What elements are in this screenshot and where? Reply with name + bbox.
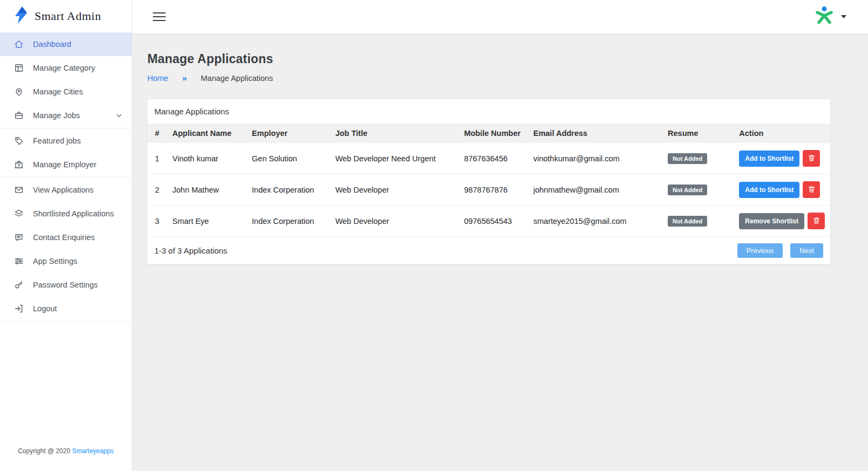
- delete-button[interactable]: [803, 181, 820, 198]
- chevron-down-icon: [115, 112, 123, 120]
- column-header-applicant-name: Applicant Name: [168, 124, 247, 143]
- sidebar-item-label: Manage Jobs: [33, 111, 106, 120]
- hamburger-menu-icon[interactable]: [153, 12, 166, 21]
- sidebar-item-password-settings[interactable]: Password Settings: [0, 273, 132, 297]
- delete-button[interactable]: [803, 150, 820, 167]
- applicant-name: John Mathew: [168, 174, 247, 206]
- sidebar-item-dashboard[interactable]: Dashboard: [0, 32, 132, 56]
- breadcrumb-current: Manage Applications: [201, 74, 273, 83]
- mobile-number: 8767636456: [460, 143, 529, 174]
- job-title: Web Developer: [331, 174, 460, 206]
- card-title: Manage Applications: [147, 99, 830, 124]
- sidebar-item-label: Dashboard: [33, 40, 123, 49]
- sidebar-item-featured-jobs[interactable]: Featured jobs: [0, 129, 132, 153]
- page-title: Manage Applications: [147, 52, 830, 66]
- sidebar-item-view-applications[interactable]: View Applications: [0, 178, 132, 202]
- divider: [0, 128, 132, 128]
- divider: [0, 321, 132, 322]
- topbar: [132, 0, 868, 33]
- trash-icon: [808, 185, 816, 195]
- content: Manage Applications Home » Manage Applic…: [132, 33, 868, 264]
- brand-name: Smart Admin: [35, 9, 101, 23]
- column-header-resume: Resume: [663, 124, 735, 143]
- key-icon: [14, 280, 24, 290]
- mobile-number: 09765654543: [460, 206, 529, 237]
- sidebar-item-contact-enquiries[interactable]: Contact Enquiries: [0, 226, 132, 249]
- row-number: 2: [147, 174, 168, 206]
- sidebar-item-logout[interactable]: Logout: [0, 297, 132, 320]
- sidebar: Smart Admin Dashboard Manage Category Ma: [0, 0, 132, 471]
- breadcrumb: Home » Manage Applications: [147, 73, 830, 83]
- user-menu[interactable]: [813, 4, 846, 29]
- bolt-logo-icon: [13, 6, 29, 26]
- row-number: 1: [147, 143, 168, 174]
- employer: Index Corperation: [248, 206, 331, 237]
- logout-icon: [14, 304, 24, 313]
- sidebar-item-manage-jobs[interactable]: Manage Jobs: [0, 104, 132, 127]
- trash-icon: [812, 216, 820, 226]
- home-icon: [14, 39, 24, 49]
- copyright-link[interactable]: Smarteyeapps: [72, 447, 113, 455]
- resume-status-badge: Not Added: [668, 153, 707, 164]
- job-title: Web Developer: [331, 206, 460, 237]
- applicant-name: Vinoth kumar: [168, 143, 247, 174]
- column-header-action: Action: [735, 124, 830, 143]
- copyright-text: Copyright @ 2020: [18, 447, 70, 455]
- main-area: Manage Applications Home » Manage Applic…: [132, 0, 868, 471]
- table-header-row: # Applicant Name Employer Job Title Mobi…: [147, 124, 830, 143]
- layers-icon: [14, 209, 24, 219]
- column-header-num: #: [147, 124, 168, 143]
- resume-status-badge: Not Added: [668, 216, 707, 227]
- sidebar-item-app-settings[interactable]: App Settings: [0, 249, 132, 273]
- app-root: Smart Admin Dashboard Manage Category Ma: [0, 0, 868, 471]
- sidebar-item-label: Featured jobs: [33, 136, 123, 145]
- sidebar-item-label: App Settings: [33, 257, 123, 265]
- sliders-icon: [14, 256, 24, 266]
- sidebar-item-label: Contact Enquiries: [33, 233, 123, 242]
- breadcrumb-home-link[interactable]: Home: [147, 74, 168, 83]
- previous-page-button[interactable]: Previous: [737, 243, 783, 258]
- sidebar-item-label: Manage Cities: [33, 87, 123, 96]
- briefcase-icon: [14, 111, 24, 120]
- column-header-email: Email Address: [529, 124, 663, 143]
- row-number: 3: [147, 206, 168, 237]
- email-address: johnmathew@gmail.com: [529, 174, 663, 206]
- sidebar-nav: Dashboard Manage Category Manage Cities …: [0, 32, 132, 322]
- applications-table: # Applicant Name Employer Job Title Mobi…: [147, 124, 830, 237]
- results-summary: 1-3 of 3 Applications: [154, 246, 227, 255]
- column-header-employer: Employer: [248, 124, 331, 143]
- remove-shortlist-button[interactable]: Remove Shortlist: [739, 213, 804, 229]
- email-address: vinothkumar@gmail.com: [529, 143, 663, 174]
- sidebar-item-manage-employer[interactable]: Manage Employer: [0, 153, 132, 176]
- add-to-shortlist-button[interactable]: Add to Shortlist: [739, 182, 799, 198]
- applications-card: Manage Applications # Applicant Name Emp…: [147, 99, 830, 264]
- sidebar-item-label: Shortlisted Applications: [33, 209, 123, 218]
- trash-icon: [808, 154, 816, 163]
- copyright: Copyright @ 2020 Smarteyeapps: [0, 447, 132, 455]
- pagination: Previous Next: [737, 243, 823, 258]
- sidebar-item-label: Manage Employer: [33, 160, 123, 169]
- table-row: 3 Smart Eye Index Corperation Web Develo…: [147, 206, 830, 237]
- map-pin-icon: [14, 87, 24, 97]
- resume-status-badge: Not Added: [668, 185, 707, 195]
- sidebar-item-manage-cities[interactable]: Manage Cities: [0, 80, 132, 104]
- tag-icon: [14, 136, 24, 146]
- brand: Smart Admin: [0, 0, 132, 32]
- sidebar-item-label: Manage Category: [33, 64, 123, 72]
- delete-button[interactable]: [808, 213, 825, 229]
- sidebar-item-label: Password Settings: [33, 281, 123, 289]
- add-to-shortlist-button[interactable]: Add to Shortlist: [739, 151, 799, 167]
- table-row: 1 Vinoth kumar Gen Solution Web Develope…: [147, 143, 830, 174]
- column-header-mobile: Mobile Number: [460, 124, 529, 143]
- chat-icon: [14, 233, 24, 242]
- sidebar-item-label: View Applications: [33, 186, 123, 194]
- sidebar-item-shortlisted-applications[interactable]: Shortlisted Applications: [0, 202, 132, 226]
- employer: Index Corperation: [248, 174, 331, 206]
- applicant-name: Smart Eye: [168, 206, 247, 237]
- sidebar-item-label: Logout: [33, 304, 123, 313]
- job-title: Web Developer Need Urgent: [331, 143, 460, 174]
- email-address: smarteye2015@gmail.com: [529, 206, 663, 237]
- building-icon: [14, 160, 24, 169]
- next-page-button[interactable]: Next: [790, 243, 823, 258]
- sidebar-item-manage-category[interactable]: Manage Category: [0, 56, 132, 80]
